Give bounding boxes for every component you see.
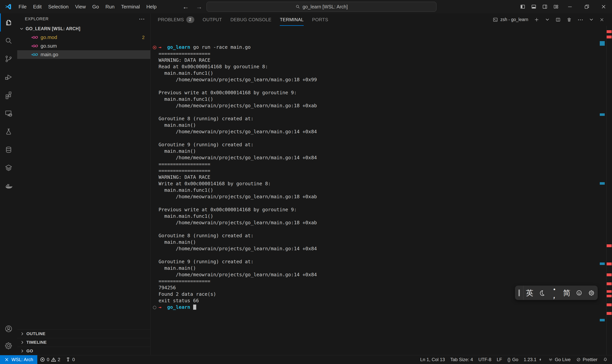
extensions-icon[interactable] xyxy=(0,86,17,104)
menu-edit[interactable]: Edit xyxy=(30,3,45,11)
ime-emoji-icon[interactable] xyxy=(573,290,585,296)
layers-icon[interactable] xyxy=(0,159,17,177)
panel-more-actions-icon[interactable]: ⋯ xyxy=(578,16,583,23)
tab-output[interactable]: OUTPUT xyxy=(203,13,222,26)
title-bar: File Edit Selection View Go Run Terminal… xyxy=(0,0,612,13)
go-version[interactable]: 1.23.1 xyxy=(521,357,545,362)
close-panel-icon[interactable] xyxy=(599,17,604,22)
database-icon[interactable] xyxy=(0,141,17,159)
testing-icon[interactable] xyxy=(0,122,17,141)
file-go-mod[interactable]: GO go.mod 2 xyxy=(17,33,150,42)
section-go[interactable]: GO xyxy=(17,347,150,355)
ime-settings-gear-icon[interactable] xyxy=(585,290,598,296)
vscode-window: File Edit Selection View Go Run Terminal… xyxy=(0,0,612,364)
command-failed-icon[interactable] xyxy=(152,45,157,49)
command-ring-icon[interactable] xyxy=(152,305,157,309)
terminal[interactable]: → go_learn go run -race main.go=========… xyxy=(150,26,612,355)
warning-icon xyxy=(51,357,56,362)
braces-icon: {} xyxy=(507,357,510,362)
menu-view[interactable]: View xyxy=(72,3,89,11)
terminal-line: /home/meowrain/projects/go_learn/main.go… xyxy=(159,246,612,252)
tab-terminal[interactable]: TERMINAL xyxy=(280,13,304,26)
panel-size-chevron-icon[interactable] xyxy=(589,17,594,22)
terminal-line: → go_learn xyxy=(159,304,612,311)
window-controls xyxy=(517,0,612,13)
terminal-line: main.main() xyxy=(159,265,612,272)
file-go-sum[interactable]: GO go.sum xyxy=(17,42,150,50)
accounts-icon[interactable] xyxy=(0,320,17,337)
terminal-line: main.main() xyxy=(159,122,612,129)
tab-debug-console[interactable]: DEBUG CONSOLE xyxy=(230,13,272,26)
remote-icon xyxy=(4,357,9,362)
launch-profile-chevron-icon[interactable] xyxy=(545,17,550,22)
remote-indicator[interactable]: WSL: Arch xyxy=(0,355,37,364)
forwarded-ports-status[interactable]: 0 xyxy=(63,357,78,362)
explorer-icon[interactable] xyxy=(0,13,17,32)
terminal-line xyxy=(159,226,612,233)
search-icon xyxy=(295,4,300,9)
menu-run[interactable]: Run xyxy=(102,3,118,11)
menu-terminal[interactable]: Terminal xyxy=(118,3,143,11)
activity-bar-bottom xyxy=(0,320,17,354)
menu-go[interactable]: Go xyxy=(89,3,102,11)
toggle-secondary-sidebar-icon[interactable] xyxy=(539,0,550,13)
section-timeline[interactable]: TIMELINE xyxy=(17,338,150,347)
activity-bar xyxy=(0,13,17,355)
tab-size[interactable]: Tab Size: 4 xyxy=(448,357,476,362)
customize-layout-icon[interactable] xyxy=(550,0,561,13)
tab-problems[interactable]: PROBLEMS 2 xyxy=(158,13,194,26)
ime-halfwidth-moon-icon[interactable] xyxy=(536,289,548,296)
cursor-position[interactable]: Ln 1, Col 13 xyxy=(417,357,448,362)
kill-terminal-icon[interactable] xyxy=(567,17,572,22)
eol-sequence[interactable]: LF xyxy=(494,357,505,362)
toggle-primary-sidebar-icon[interactable] xyxy=(517,0,528,13)
back-button[interactable]: ← xyxy=(180,0,192,13)
menu-help[interactable]: Help xyxy=(143,3,160,11)
folder-root[interactable]: GO_LEARN [WSL: ARCH] xyxy=(17,25,150,33)
terminal-line: /home/meowrain/projects/go_learn/main.go… xyxy=(159,155,612,161)
ime-language-button[interactable]: 英 xyxy=(523,289,536,297)
terminal-line: WARNING: DATA RACE xyxy=(159,174,612,181)
terminal-instance[interactable]: zsh - go_learn xyxy=(493,17,528,22)
command-center-search[interactable]: go_learn [WSL: Arch] xyxy=(207,2,437,12)
ruler-error-mark xyxy=(607,290,612,293)
ime-simplified-button[interactable]: 简 xyxy=(560,289,573,297)
close-button[interactable] xyxy=(595,0,612,13)
ruler-command-mark xyxy=(600,262,605,265)
terminal-line xyxy=(159,109,612,116)
error-icon xyxy=(40,357,45,362)
settings-gear-icon[interactable] xyxy=(0,337,17,354)
split-terminal-icon[interactable] xyxy=(555,17,561,22)
terminal-line: main.main.func1() xyxy=(159,70,612,77)
views-and-more-actions-icon[interactable]: ⋯ xyxy=(139,15,145,23)
source-control-icon[interactable] xyxy=(0,50,17,68)
toggle-panel-icon[interactable] xyxy=(528,0,539,13)
forward-button[interactable]: → xyxy=(193,0,205,13)
docker-icon[interactable] xyxy=(0,177,17,195)
terminal-line: main.main.func1() xyxy=(159,187,612,194)
notifications-bell-icon[interactable] xyxy=(600,357,611,362)
remote-explorer-icon[interactable] xyxy=(0,104,17,122)
search-icon[interactable] xyxy=(0,32,17,50)
tab-ports[interactable]: PORTS xyxy=(312,13,328,26)
restore-button[interactable] xyxy=(578,0,595,13)
ime-drag-handle[interactable] xyxy=(519,289,520,296)
go-live-button[interactable]: Go Live xyxy=(545,357,573,362)
terminal-line: main.main.func1() xyxy=(159,213,612,220)
terminal-line: main.main() xyxy=(159,148,612,155)
section-outline[interactable]: OUTLINE xyxy=(17,329,150,338)
terminal-line: Goroutine 8 (running) created at: xyxy=(159,233,612,239)
run-debug-icon[interactable] xyxy=(0,68,17,86)
problems-status[interactable]: 0 2 xyxy=(37,357,63,362)
ime-punctuation-button[interactable]: •, xyxy=(548,286,560,299)
terminal-line: Read at 0x00c000014168 by goroutine 8: xyxy=(159,64,612,70)
terminal-line: → go_learn go run -race main.go xyxy=(159,44,612,51)
file-main-go[interactable]: GO main.go xyxy=(17,50,150,59)
menu-file[interactable]: File xyxy=(15,3,30,11)
language-mode[interactable]: {} Go xyxy=(505,357,521,362)
encoding[interactable]: UTF-8 xyxy=(476,357,494,362)
minimize-button[interactable] xyxy=(561,0,578,13)
prettier-status[interactable]: Prettier xyxy=(573,357,600,362)
menu-selection[interactable]: Selection xyxy=(45,3,72,11)
new-terminal-icon[interactable] xyxy=(534,17,539,22)
